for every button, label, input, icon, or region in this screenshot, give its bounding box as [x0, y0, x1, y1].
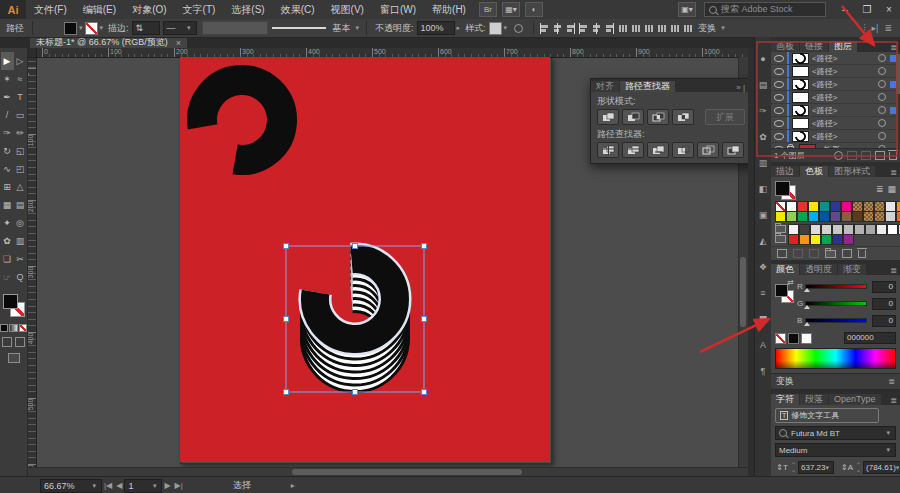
menu-1[interactable]: 编辑(E) [75, 0, 124, 19]
layer-row[interactable]: <矩形> [771, 143, 900, 148]
swatch-cell[interactable] [832, 234, 843, 245]
unite-button[interactable] [597, 109, 619, 125]
artboard-navigation-select[interactable]: 1▾ [124, 479, 162, 493]
last-artboard-icon[interactable]: ▶| [175, 481, 183, 490]
layers-tab-0[interactable]: 画板 [771, 41, 799, 52]
color-spectrum-bar[interactable] [775, 348, 896, 369]
swatch-cell[interactable] [885, 211, 896, 222]
menu-7[interactable]: 窗口(W) [372, 0, 424, 19]
target-circle[interactable] [878, 93, 886, 101]
none-chip[interactable] [775, 333, 786, 344]
selection-tool[interactable]: ▶ [1, 52, 14, 70]
menu-3[interactable]: 文字(T) [175, 0, 224, 19]
white-chip[interactable] [801, 333, 812, 344]
list-view-icon[interactable]: ≣ [876, 184, 884, 194]
character-tab-2[interactable]: OpenType [829, 394, 881, 405]
swatch-cell[interactable] [896, 211, 900, 222]
character-tab-1[interactable]: 段落 [800, 394, 828, 405]
fill-chip[interactable] [775, 284, 788, 297]
character-tab-0[interactable]: 字符 [771, 394, 799, 405]
none-button[interactable] [19, 324, 27, 332]
pencil-tool[interactable]: ✏ [14, 124, 27, 142]
graphic-styles-panel-icon[interactable]: ❖ [755, 257, 771, 277]
gradient-button[interactable] [9, 324, 17, 332]
screen-mode-icon[interactable]: ◐ [525, 2, 543, 17]
panel-menu-icon[interactable]: ≣ [887, 43, 900, 52]
canvas-area[interactable]: 01002003004005006007008009001000 0100200… [27, 48, 748, 467]
swatches-panel-icon[interactable]: ▤ [755, 75, 771, 95]
swatch-cell[interactable] [854, 234, 865, 245]
scale-tool[interactable]: ◱ [14, 142, 27, 160]
layer-name[interactable]: <路径> [812, 131, 878, 142]
panel-collapse-icon[interactable]: » | ≣ [736, 83, 748, 92]
new-layer-icon[interactable] [875, 151, 885, 160]
color-tab-0[interactable]: 颜色 [771, 264, 799, 275]
layer-row[interactable]: <路径> [771, 91, 900, 104]
swatch-cell[interactable] [830, 211, 841, 222]
minimize-button[interactable]: – [834, 1, 856, 18]
slider-knob[interactable] [804, 322, 810, 326]
color-tab-1[interactable]: 透明度 [800, 264, 837, 275]
character-panel-icon[interactable]: A [755, 335, 771, 355]
shape-builder-tool[interactable]: ⊞ [1, 178, 14, 196]
panel-menu-icon[interactable]: ≣ [887, 168, 900, 177]
selection-handle[interactable] [353, 390, 358, 395]
touch-type-tool-button[interactable]: T 修饰文字工具 [775, 408, 879, 423]
selection-handle[interactable] [284, 390, 289, 395]
swatch-cell[interactable] [797, 211, 808, 222]
paintbrush-tool[interactable]: ✑ [1, 124, 14, 142]
swap-fill-stroke-icon[interactable]: ⇄ [787, 278, 794, 287]
swatch-cell[interactable] [819, 211, 830, 222]
fill-stroke-indicator[interactable] [0, 292, 27, 322]
layer-name[interactable]: <路径> [812, 92, 878, 103]
swatch-cell[interactable] [810, 234, 821, 245]
leading-field[interactable]: ⇕A⌃⌄ (784.61)▾ [840, 461, 900, 474]
recolor-artwork-icon[interactable] [514, 24, 523, 33]
minus-back-button[interactable] [722, 142, 744, 158]
swatch-cell[interactable] [786, 211, 797, 222]
target-circle[interactable] [878, 132, 886, 140]
black-chip[interactable] [788, 333, 799, 344]
channel-slider[interactable] [805, 318, 867, 323]
minus-front-button[interactable] [622, 109, 644, 125]
type-tool[interactable]: T [14, 88, 27, 106]
new-swatch-icon[interactable] [842, 249, 852, 258]
layers-scrollbar[interactable] [896, 52, 900, 148]
appearance-panel-icon[interactable]: ◭ [755, 231, 771, 251]
expand-button[interactable]: 扩展 [705, 109, 745, 125]
visibility-eye-icon[interactable] [774, 133, 784, 140]
artboard-tool[interactable]: ❏ [1, 250, 14, 268]
swatch-libraries-icon[interactable] [777, 249, 787, 258]
make-mask-icon[interactable] [847, 151, 857, 160]
stroke-color-chip[interactable] [85, 22, 98, 35]
rotate-tool[interactable]: ↻ [1, 142, 14, 160]
gradient-panel-icon[interactable]: ◧ [755, 179, 771, 199]
control-bar-menu-icon[interactable]: ≣ [884, 23, 892, 34]
menu-8[interactable]: 帮助(H) [424, 0, 474, 19]
fill-color-chip[interactable] [64, 22, 77, 35]
layer-name[interactable]: <路径> [812, 66, 878, 77]
channel-slider[interactable] [805, 301, 867, 306]
target-circle[interactable] [878, 67, 886, 75]
grid-view-icon[interactable]: ▦ [887, 184, 896, 194]
divide-button[interactable] [597, 142, 619, 158]
panel-expand-icon[interactable]: ▸| [872, 23, 879, 34]
zoom-level-select[interactable]: 66.67%▾ [40, 479, 102, 493]
layer-thumbnail[interactable] [792, 79, 809, 90]
magic-wand-tool[interactable]: ✶ [1, 70, 14, 88]
slice-tool[interactable]: ✂ [14, 250, 27, 268]
swatch-cell[interactable] [843, 234, 854, 245]
panel-menu-icon[interactable]: ≣ [887, 396, 900, 405]
layers-tab-1[interactable]: 链接 [800, 41, 828, 52]
align-icon-5[interactable] [605, 23, 616, 34]
layer-thumbnail[interactable] [792, 105, 809, 116]
color-group-folder-icon[interactable] [775, 225, 786, 233]
rectangle-tool[interactable]: ▭ [14, 106, 27, 124]
align-icon-11[interactable] [683, 23, 694, 34]
align-icon-7[interactable] [631, 23, 642, 34]
new-color-group-icon[interactable] [825, 250, 836, 258]
stroke-panel-icon[interactable]: ▥ [755, 153, 771, 173]
layer-thumbnail[interactable] [792, 53, 809, 64]
menu-2[interactable]: 对象(O) [124, 0, 174, 19]
layer-row[interactable]: <路径> [771, 65, 900, 78]
